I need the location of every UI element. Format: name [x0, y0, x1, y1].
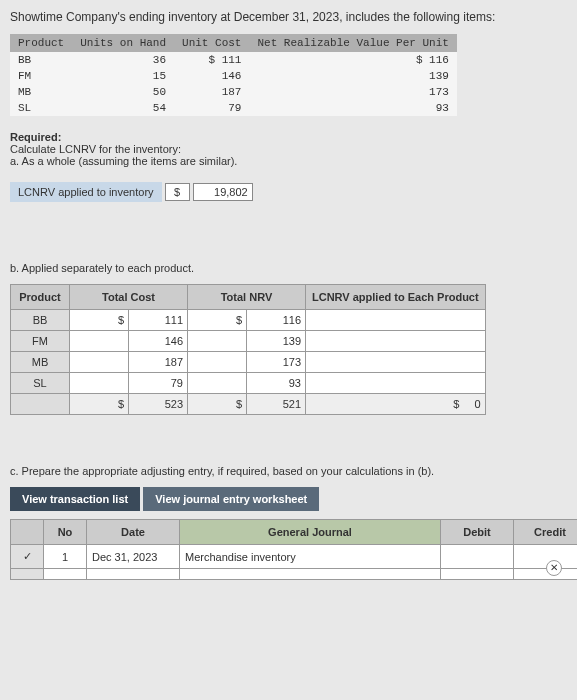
part-c-text: c. Prepare the appropriate adjusting ent…	[10, 465, 577, 477]
table-row: BB	[10, 52, 72, 68]
col-date: Date	[87, 520, 180, 545]
part-b-text: b. Applied separately to each product.	[10, 262, 577, 274]
col-product: Product	[11, 285, 70, 310]
table-row: BB	[11, 310, 70, 331]
col-general-journal: General Journal	[180, 520, 441, 545]
je-date[interactable]: Dec 31, 2023	[87, 545, 180, 569]
part-a-text: a. As a whole (assuming the items are si…	[10, 155, 577, 167]
journal-entry-table: No Date General Journal Debit Credit ✓ 1…	[10, 519, 577, 580]
lcnrv-table: Product Total Cost Total NRV LCNRV appli…	[10, 284, 486, 415]
check-cell[interactable]	[11, 569, 44, 580]
table-row: MB	[11, 352, 70, 373]
total-row	[11, 394, 70, 415]
intro-text: Showtime Company's ending inventory at D…	[10, 10, 577, 24]
je-account[interactable]: Merchandise inventory	[180, 545, 441, 569]
col-check	[11, 520, 44, 545]
je-debit[interactable]	[441, 545, 514, 569]
table-row: SL	[11, 373, 70, 394]
col-product: Product	[10, 34, 72, 52]
close-icon[interactable]: ✕	[546, 560, 562, 576]
required-label: Required:	[10, 131, 577, 143]
table-row: SL	[10, 100, 72, 116]
col-units: Units on Hand	[72, 34, 174, 52]
col-total-nrv: Total NRV	[188, 285, 306, 310]
lcnrv-input[interactable]: 19,802	[193, 183, 253, 201]
lcnrv-symbol[interactable]: $	[165, 183, 190, 201]
col-debit: Debit	[441, 520, 514, 545]
col-cost: Unit Cost	[174, 34, 249, 52]
inventory-table: Product Units on Hand Unit Cost Net Real…	[10, 34, 457, 116]
table-row: FM	[11, 331, 70, 352]
col-no: No	[44, 520, 87, 545]
check-icon[interactable]: ✓	[11, 545, 44, 569]
lcnrv-label: LCNRV applied to inventory	[10, 182, 162, 202]
col-lcnrv-each: LCNRV applied to Each Product	[306, 285, 486, 310]
tab-transaction-list[interactable]: View transaction list	[10, 487, 140, 511]
tab-journal-worksheet[interactable]: View journal entry worksheet	[143, 487, 319, 511]
je-credit[interactable]	[514, 545, 578, 569]
je-no[interactable]: 1	[44, 545, 87, 569]
col-credit: Credit	[514, 520, 578, 545]
col-total-cost: Total Cost	[70, 285, 188, 310]
table-row: FM	[10, 68, 72, 84]
required-text: Calculate LCNRV for the inventory:	[10, 143, 577, 155]
table-row: MB	[10, 84, 72, 100]
col-nrv: Net Realizable Value Per Unit	[249, 34, 456, 52]
